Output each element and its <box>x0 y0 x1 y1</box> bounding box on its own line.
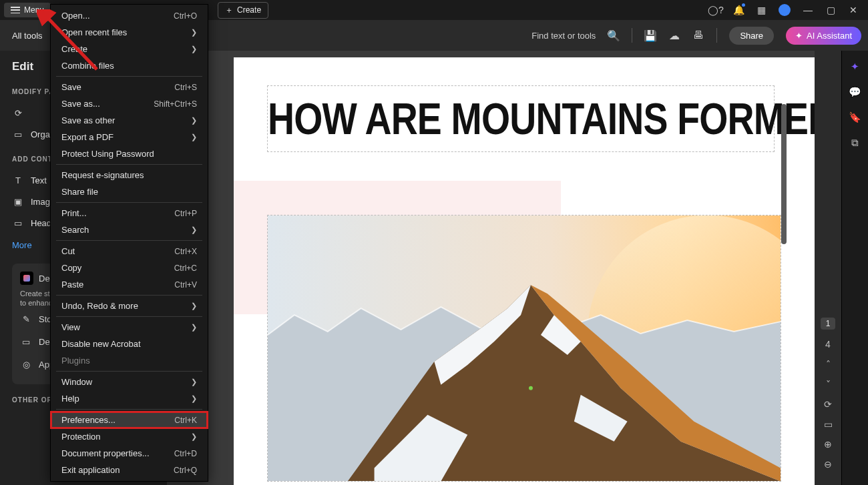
stock-icon: ✎ <box>20 314 32 326</box>
menu-protection[interactable]: Protection❯ <box>51 428 208 445</box>
menu-window[interactable]: Window❯ <box>51 374 208 390</box>
menu-combine[interactable]: Combine files <box>51 57 208 74</box>
menu-disable-acrobat[interactable]: Disable new Acrobat <box>51 336 208 352</box>
image-frame[interactable] <box>267 215 781 482</box>
menu-save-as-other[interactable]: Save as other❯ <box>51 112 208 129</box>
divider <box>632 28 632 43</box>
copy-icon[interactable]: ⧉ <box>849 136 862 149</box>
menu-doc-properties[interactable]: Document properties...Ctrl+D <box>51 445 208 462</box>
chevron-right-icon: ❯ <box>191 432 197 441</box>
bookmark-icon[interactable]: 🔖 <box>849 111 862 124</box>
chevron-right-icon: ❯ <box>191 116 197 125</box>
total-pages: 4 <box>825 339 831 350</box>
ai-assistant-button[interactable]: ✦ AI Assistant <box>786 27 861 45</box>
titlebar-right: ◯? 🔔 ▦ ― ▢ ✕ <box>710 4 868 16</box>
menu-save-as[interactable]: Save as...Shift+Ctrl+S <box>51 95 208 112</box>
chevron-right-icon: ❯ <box>191 45 197 53</box>
menu-copy[interactable]: CopyCtrl+C <box>51 260 208 276</box>
save-icon[interactable]: 💾 <box>644 29 656 41</box>
chevron-right-icon: ❯ <box>191 302 197 310</box>
page-down-icon[interactable]: ˅ <box>826 379 831 390</box>
menu-separator <box>56 164 202 165</box>
menu-preferences[interactable]: Preferences...Ctrl+K <box>51 412 208 428</box>
chevron-right-icon: ❯ <box>191 28 197 37</box>
menu-undo-redo[interactable]: Undo, Redo & more❯ <box>51 298 208 314</box>
menu-protect[interactable]: Protect Using Password <box>51 145 208 162</box>
scrollbar[interactable] <box>781 104 787 244</box>
fit-icon[interactable]: ▭ <box>824 419 833 430</box>
menu-label: Menu <box>24 5 44 15</box>
menu-separator <box>56 295 202 296</box>
menu-print[interactable]: Print...Ctrl+P <box>51 205 208 221</box>
divider <box>716 28 717 43</box>
help-icon[interactable]: ◯? <box>710 5 721 15</box>
zoom-out-icon[interactable]: ⊖ <box>824 459 832 470</box>
notifications-icon[interactable]: 🔔 <box>733 5 744 15</box>
document-canvas[interactable]: HOW ARE MOUNTAINS FORMED? <box>167 51 815 485</box>
print-icon[interactable]: 🖶 <box>692 29 704 41</box>
menu-create[interactable]: Create❯ <box>51 41 208 57</box>
menu-request-esign[interactable]: Request e-signatures <box>51 167 208 183</box>
sparkle-icon: ✦ <box>795 31 803 41</box>
ai-panel-icon[interactable]: ✦ <box>849 60 862 73</box>
create-label: Create <box>237 5 261 15</box>
menu-separator <box>56 202 202 203</box>
hamburger-icon <box>11 7 20 13</box>
account-avatar[interactable] <box>779 4 791 16</box>
menu-paste[interactable]: PasteCtrl+V <box>51 276 208 293</box>
share-button[interactable]: Share <box>729 27 774 45</box>
plus-icon: ＋ <box>225 5 233 16</box>
text-icon: T <box>12 174 24 186</box>
maximize-icon[interactable]: ▢ <box>825 5 836 15</box>
mountain-image <box>268 215 781 481</box>
create-button[interactable]: ＋ Create <box>218 2 268 19</box>
toolbar-right: Find text or tools 🔍 💾 ☁ 🖶 Share ✦ AI As… <box>531 27 861 45</box>
title-text-frame[interactable]: HOW ARE MOUNTAINS FORMED? <box>267 85 775 152</box>
menu-separator <box>56 316 202 317</box>
menu-open-recent[interactable]: Open recent files❯ <box>51 24 208 41</box>
zoom-in-icon[interactable]: ⊕ <box>824 439 832 450</box>
design-icon: ▭ <box>20 336 32 348</box>
menu-button[interactable]: Menu <box>4 3 51 17</box>
chevron-right-icon: ❯ <box>191 394 197 403</box>
close-icon[interactable]: ✕ <box>848 5 859 15</box>
menu-separator <box>56 76 202 77</box>
current-page[interactable]: 1 <box>821 318 836 330</box>
page: HOW ARE MOUNTAINS FORMED? <box>234 57 815 485</box>
search-icon[interactable]: 🔍 <box>608 29 620 41</box>
right-toolbar: ✦ 💬 🔖 ⧉ <box>841 51 868 485</box>
menu-save[interactable]: SaveCtrl+S <box>51 79 208 95</box>
menu-separator <box>56 240 202 241</box>
sb-label: Text <box>31 175 47 185</box>
menu-plugins[interactable]: Plugins <box>51 352 208 369</box>
menu-separator <box>56 371 202 372</box>
apps-icon[interactable]: ▦ <box>756 5 767 15</box>
menu-help[interactable]: Help❯ <box>51 390 208 407</box>
chevron-right-icon: ❯ <box>191 323 197 332</box>
rotate-icon: ⟳ <box>12 107 24 119</box>
menu-search[interactable]: Search❯ <box>51 221 208 238</box>
comment-icon[interactable]: 💬 <box>849 85 862 99</box>
page-up-icon[interactable]: ˄ <box>826 359 831 370</box>
menu-cut[interactable]: CutCtrl+X <box>51 243 208 260</box>
menu-exit[interactable]: Exit applicationCtrl+Q <box>51 462 208 478</box>
menu-share-file[interactable]: Share file <box>51 183 208 200</box>
svg-point-2 <box>529 386 533 390</box>
find-label: Find text or tools <box>531 31 596 41</box>
document-title: HOW ARE MOUNTAINS FORMED? <box>268 93 815 144</box>
minimize-icon[interactable]: ― <box>803 5 813 15</box>
ai-label: AI Assistant <box>807 31 852 41</box>
header-icon: ▭ <box>12 217 24 229</box>
menu-view[interactable]: View❯ <box>51 319 208 336</box>
chevron-right-icon: ❯ <box>191 378 197 386</box>
organize-icon: ▭ <box>12 128 24 140</box>
menu-open[interactable]: Open...Ctrl+O <box>51 7 208 24</box>
cloud-icon[interactable]: ☁ <box>668 29 680 41</box>
express-logo-icon <box>20 272 33 285</box>
refresh-icon[interactable]: ⟳ <box>824 399 832 410</box>
menu-export[interactable]: Export a PDF❯ <box>51 129 208 145</box>
chevron-right-icon: ❯ <box>191 133 197 141</box>
app-icon: ◎ <box>20 359 32 371</box>
all-tools-button[interactable]: All tools <box>0 31 55 41</box>
image-icon: ▣ <box>12 195 24 207</box>
